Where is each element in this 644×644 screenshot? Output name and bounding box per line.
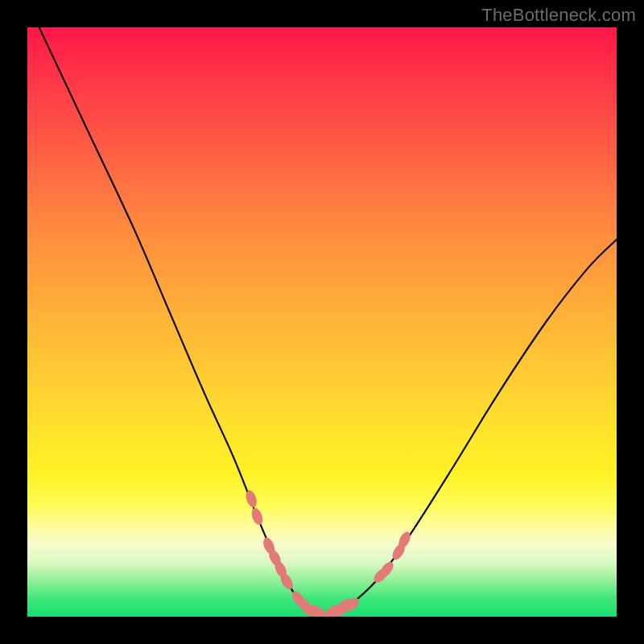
- curve-right-branch: [322, 240, 617, 617]
- marker-point: [244, 489, 258, 509]
- watermark-text: TheBottleneck.com: [481, 5, 636, 26]
- marker-point: [250, 506, 265, 526]
- curve-layer: [27, 27, 617, 617]
- curve-left-branch: [39, 27, 322, 617]
- chart-frame: TheBottleneck.com: [0, 0, 644, 644]
- plot-area: [27, 27, 617, 617]
